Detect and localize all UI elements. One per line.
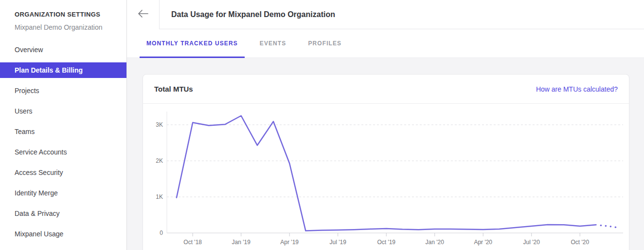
sidebar-item-overview[interactable]: Overview	[0, 39, 126, 60]
how-are-mtus-calculated-link[interactable]: How are MTUs calculated?	[536, 85, 618, 93]
sidebar-item-teams[interactable]: Teams	[0, 121, 126, 142]
tab-monthly-tracked-users[interactable]: MONTHLY TRACKED USERS	[140, 29, 245, 58]
sidebar-item-service-accounts[interactable]: Service Accounts	[0, 142, 126, 162]
sidebar-item-identity-merge[interactable]: Identity Merge	[0, 183, 126, 203]
sidebar-item-projects[interactable]: Projects	[0, 80, 126, 101]
sidebar-item-data-privacy[interactable]: Data & Privacy	[0, 203, 126, 224]
forecast-dot	[610, 226, 612, 228]
mtu-line-chart[interactable]: 01K2K3KOct '18Jan '19Apr '19Jul '19Oct '…	[143, 104, 630, 250]
main-area: Data Usage for Mixpanel Demo Organizatio…	[127, 0, 644, 250]
mtu-series-line	[177, 116, 596, 231]
total-mtus-card: Total MTUs How are MTUs calculated? 01K2…	[143, 74, 629, 250]
sidebar-item-mixpanel-usage[interactable]: Mixpanel Usage	[0, 224, 126, 244]
organization-name: Mixpanel Demo Organization	[15, 23, 112, 31]
sidebar-item-plan-details-billing[interactable]: Plan Details & Billing	[0, 62, 126, 78]
content-area: Total MTUs How are MTUs calculated? 01K2…	[127, 58, 644, 250]
y-axis-tick-label: 0	[160, 230, 163, 236]
x-axis-tick-label: Jul '19	[330, 239, 347, 246]
y-axis-tick-label: 3K	[156, 121, 163, 128]
x-axis-tick-label: Oct '18	[183, 239, 202, 246]
back-button[interactable]	[127, 0, 160, 29]
x-axis-tick-label: Jan '19	[232, 239, 251, 246]
page-title: Data Usage for Mixpanel Demo Organizatio…	[171, 10, 335, 19]
arrow-left-icon	[137, 9, 149, 20]
y-axis-tick-label: 1K	[156, 193, 163, 200]
mtu-chart-svg: 01K2K3KOct '18Jan '19Apr '19Jul '19Oct '…	[143, 104, 630, 250]
x-axis-tick-label: Oct '20	[571, 239, 589, 246]
sidebar-item-access-security[interactable]: Access Security	[0, 162, 126, 183]
sidebar-item-users[interactable]: Users	[0, 101, 126, 121]
tab-profiles[interactable]: PROFILES	[301, 29, 348, 58]
x-axis-tick-label: Apr '19	[280, 239, 299, 246]
forecast-dot	[615, 226, 617, 228]
tab-events[interactable]: EVENTS	[253, 29, 293, 58]
sidebar-title: ORGANIZATION SETTINGS	[15, 10, 112, 18]
x-axis-tick-label: Apr '20	[474, 239, 492, 246]
sidebar-nav: OverviewPlan Details & BillingProjectsUs…	[0, 39, 126, 244]
forecast-dot	[605, 225, 607, 227]
forecast-dot	[600, 225, 602, 227]
x-axis-tick-label: Jul '20	[523, 239, 540, 246]
x-axis-tick-label: Oct '19	[377, 239, 395, 246]
y-axis-tick-label: 2K	[156, 157, 163, 164]
card-title: Total MTUs	[154, 85, 193, 93]
organization-settings-screen: ORGANIZATION SETTINGS Mixpanel Demo Orga…	[0, 0, 644, 250]
sidebar: ORGANIZATION SETTINGS Mixpanel Demo Orga…	[0, 0, 127, 250]
topbar: Data Usage for Mixpanel Demo Organizatio…	[127, 0, 644, 29]
x-axis-tick-label: Jan '20	[426, 239, 445, 246]
tab-bar: MONTHLY TRACKED USERSEVENTSPROFILES	[127, 29, 644, 58]
